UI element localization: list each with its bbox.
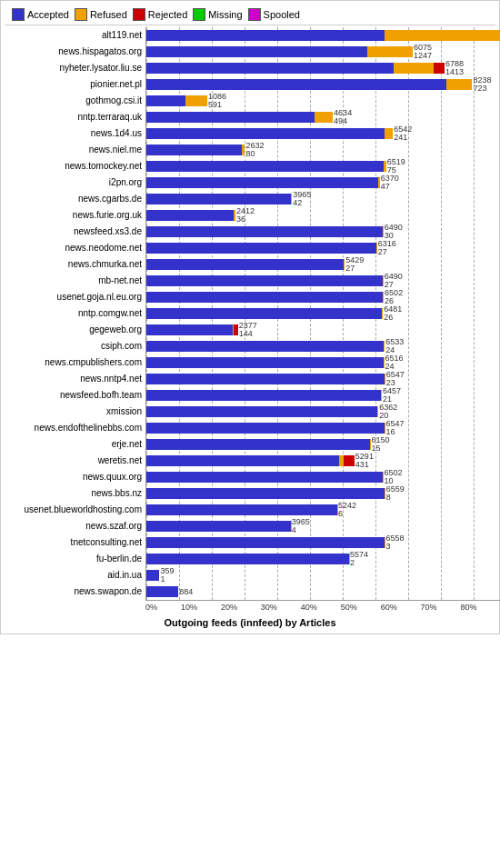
- bar-refused: [370, 439, 371, 450]
- bar-label-pair: 654723: [386, 371, 405, 387]
- bar-label-pair: 60751247: [414, 44, 432, 60]
- bar-accepted: [146, 112, 315, 123]
- bar-label-bottom: 36: [236, 215, 255, 224]
- bar-label-pair: 5291431: [355, 453, 374, 469]
- bar-label-pair: 884: [179, 588, 193, 596]
- bar-rejected: [344, 455, 355, 466]
- row-label: gothmog.csi.it: [85, 93, 142, 109]
- row-label: csiph.com: [101, 338, 142, 354]
- bar-label-bottom: 27: [378, 248, 396, 256]
- bar-row: 1086591: [146, 93, 500, 109]
- x-axis-label: 80%: [461, 603, 477, 612]
- bar-label-top: 884: [179, 588, 193, 596]
- bar-row: 396542: [146, 191, 500, 207]
- bar-label-pair: 615015: [372, 436, 390, 453]
- bar-label-bottom: 15: [372, 444, 390, 453]
- bar-accepted: [146, 472, 383, 483]
- bar-row: 651975: [146, 158, 500, 175]
- bar-label-pair: 649027: [385, 273, 403, 289]
- bar-label-bottom: 723: [473, 85, 491, 93]
- bar-label-pair: 650226: [385, 289, 403, 305]
- bar-row: 263280: [146, 142, 500, 158]
- bar-accepted: [146, 374, 385, 384]
- bar-row: 60751247: [146, 44, 500, 60]
- bar-label-pair: 542927: [345, 256, 364, 273]
- row-label: alt119.net: [102, 27, 142, 44]
- legend-color-rejected: [133, 8, 145, 21]
- bar-row: 650210: [146, 469, 500, 485]
- x-axis-label: 0%: [145, 603, 157, 612]
- row-label: aid.in.ua: [107, 567, 142, 584]
- row-label: nntp.terraraq.uk: [77, 109, 142, 125]
- bar-label-bottom: 1413: [445, 68, 464, 76]
- row-label: news.szaf.org: [85, 518, 142, 534]
- row-label: news.neodome.net: [65, 240, 142, 256]
- bar-label-pair: 648126: [384, 305, 402, 322]
- bar-label-pair: 631627: [378, 240, 396, 256]
- bar-accepted: [146, 292, 383, 303]
- bar-accepted: [146, 210, 234, 221]
- bar-row: 4634494: [146, 109, 500, 125]
- bar-refused: [381, 390, 382, 401]
- legend-item-rejected: Rejected: [133, 8, 187, 21]
- bar-refused: [384, 161, 386, 172]
- bar-row: 648126: [146, 305, 500, 322]
- bar-label-pair: 396542: [293, 191, 311, 207]
- x-axis-labels: 0%10%20%30%40%50%60%70%80%90%100%: [145, 601, 500, 612]
- row-label: xmission: [106, 404, 142, 420]
- bar-label-bottom: 6: [338, 510, 356, 518]
- bar-label-pair: 65598: [386, 485, 405, 502]
- bar-row: 3591: [146, 567, 500, 584]
- bar-accepted: [146, 423, 385, 434]
- bar-refused: [385, 30, 500, 41]
- bar-row: 637047: [146, 175, 500, 191]
- chart-container: AcceptedRefusedRejectedMissingSpooled al…: [0, 0, 500, 634]
- row-label: mb-net.net: [98, 273, 142, 289]
- bar-row: 2377144: [146, 322, 500, 338]
- legend-color-spooled: [248, 8, 261, 21]
- bar-label-pair: 651624: [385, 354, 404, 371]
- bar-label-bottom: 8: [386, 494, 405, 502]
- bar-rejected: [234, 324, 238, 335]
- bar-accepted: [146, 357, 384, 368]
- bar-label-pair: 52426: [338, 502, 356, 518]
- bar-accepted: [146, 275, 383, 286]
- bar-refused: [383, 275, 384, 286]
- bar-rejected: [434, 63, 445, 74]
- bar-accepted: [146, 259, 344, 270]
- bar-refused: [234, 210, 235, 221]
- row-label: nntp.comgw.net: [78, 305, 142, 322]
- bar-accepted: [146, 243, 376, 254]
- bar-label-pair: 649030: [385, 224, 403, 240]
- bar-row: 654716: [146, 420, 500, 436]
- x-axis-label: 50%: [341, 603, 357, 612]
- row-label: newsfeed.xs3.de: [74, 224, 142, 240]
- bar-row: 52426: [146, 502, 500, 518]
- row-label: pionier.net.pl: [90, 76, 142, 93]
- legend-color-missing: [193, 8, 205, 21]
- bar-label-pair: 653324: [385, 338, 404, 354]
- bar-refused: [242, 145, 245, 155]
- bar-row: 884: [146, 584, 500, 600]
- bar-label-bottom: 494: [334, 117, 352, 125]
- bar-label-pair: 637047: [381, 175, 399, 191]
- bars-area: 6555433360751247678814138238723108659146…: [145, 27, 500, 601]
- legend-label-accepted: Accepted: [27, 9, 69, 20]
- bar-label-bottom: 241: [394, 134, 412, 142]
- bar-label-pair: 3591: [160, 567, 174, 584]
- bar-label-bottom: 431: [355, 461, 374, 469]
- bar-accepted: [146, 30, 385, 41]
- bar-accepted: [146, 95, 185, 106]
- legend-label-refused: Refused: [90, 9, 127, 20]
- legend-color-accepted: [12, 8, 25, 21]
- bar-label-pair: 4634494: [334, 109, 352, 125]
- bar-refused: [394, 63, 435, 74]
- bar-accepted: [146, 455, 339, 466]
- bar-label-pair: 263280: [245, 142, 264, 158]
- bar-row: 636220: [146, 404, 500, 420]
- bar-row: 649027: [146, 273, 500, 289]
- bar-accepted: [146, 504, 337, 515]
- x-axis-label: 30%: [261, 603, 277, 612]
- bar-row: 631627: [146, 240, 500, 256]
- bar-label-pair: 645721: [383, 387, 401, 404]
